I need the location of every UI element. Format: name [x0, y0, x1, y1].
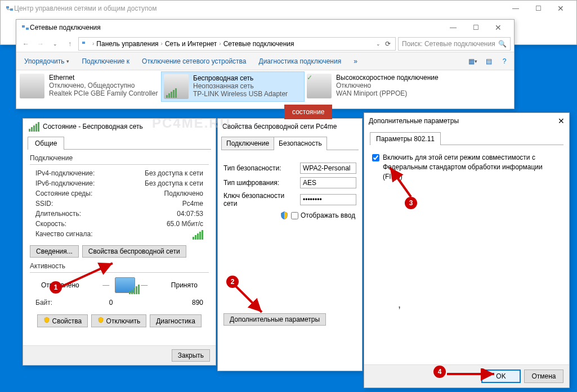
close-button[interactable]: ✕ [558, 116, 565, 125]
properties-button[interactable]: Свойства [37, 314, 88, 327]
wireless-properties-button[interactable]: Свойства беспроводной сети [82, 245, 186, 258]
forward-button[interactable]: → [34, 38, 47, 50]
tab-connection[interactable]: Подключение [221, 137, 274, 150]
titlebar: Сетевые подключения — ☐ ✕ [16, 20, 514, 35]
svg-rect-4 [82, 42, 85, 44]
svg-rect-3 [26, 28, 29, 30]
svg-rect-0 [6, 6, 9, 8]
minimize-button[interactable]: — [442, 20, 464, 35]
shield-icon [43, 317, 50, 323]
help-icon[interactable]: ? [498, 55, 511, 67]
tab-80211[interactable]: Параметры 802.11 [370, 132, 441, 145]
wireless-status-window: Состояние - Беспроводная сеть Общие Подк… [23, 118, 216, 366]
advanced-settings-button[interactable]: Дополнительные параметры [223, 313, 326, 326]
tab-bar: Подключение Безопасность [221, 137, 359, 150]
recent-button[interactable]: ⌄ [49, 38, 61, 50]
organize-menu[interactable]: Упорядочить ▾ [20, 55, 74, 67]
breadcrumb-bar[interactable]: › Панель управления › Сеть и Интернет › … [78, 37, 396, 51]
disable-device-button[interactable]: Отключение сетевого устройства [137, 55, 251, 67]
network-connections-window: Сетевые подключения — ☐ ✕ ← → ⌄ ↑ › Пане… [16, 19, 515, 109]
address-bar: ← → ⌄ ↑ › Панель управления › Сеть и Инт… [16, 35, 514, 52]
window-title: Дополнительные параметры [369, 117, 459, 125]
window-title: Свойства беспроводной сети Pc4me [222, 123, 337, 130]
breadcrumb-item[interactable]: Панель управления [96, 40, 158, 48]
preview-pane-icon[interactable]: ▤ [482, 55, 495, 67]
back-button[interactable]: ← [20, 38, 32, 50]
shield-icon [280, 211, 289, 220]
ethernet-adapter-icon [20, 74, 44, 98]
signal-icon [129, 285, 140, 294]
up-button[interactable]: ↑ [64, 38, 76, 50]
breadcrumb-item[interactable]: Сетевые подключения [223, 40, 294, 48]
cancel-button[interactable]: Отмена [524, 370, 563, 383]
window-title: Сетевые подключения [30, 24, 442, 31]
connections-list: Ethernet Отключено, Общедоступно Realtek… [16, 70, 514, 103]
fips-checkbox[interactable] [372, 154, 379, 161]
titlebar: Дополнительные параметры ✕ [364, 113, 569, 129]
network-icon [5, 4, 14, 13]
callout-3: 3 [405, 197, 417, 209]
advanced-settings-window: Дополнительные параметры ✕ Параметры 802… [364, 112, 570, 388]
titlebar: Свойства беспроводной сети Pc4me [218, 119, 362, 134]
close-button[interactable]: Закрыть [172, 349, 210, 362]
diagnose-button[interactable]: Диагностика [150, 314, 202, 327]
refresh-icon[interactable]: ⟳ [385, 40, 391, 48]
security-type-combo[interactable]: WPA2-Personal [300, 163, 356, 174]
wireless-properties-window: Свойства беспроводной сети Pc4me Подключ… [217, 118, 363, 371]
wireless-adapter-icon [164, 74, 189, 99]
history-dropdown-icon[interactable]: ⌄ [376, 41, 381, 47]
titlebar: Состояние - Беспроводная сеть [23, 119, 216, 134]
network-folder-icon [81, 39, 90, 48]
callout-1: 1 [50, 281, 62, 294]
ok-button[interactable]: OK [481, 370, 521, 383]
minimize-button[interactable]: — [504, 1, 527, 16]
signal-icon [29, 122, 39, 132]
close-button[interactable]: ✕ [549, 1, 572, 16]
status-tooltip: состояние [284, 105, 332, 119]
connection-item-broadband[interactable]: ✓ Высокоскоростное подключение Отключено… [305, 71, 448, 102]
signal-strength-icon [193, 230, 203, 240]
maximize-button[interactable]: ☐ [464, 20, 487, 35]
tab-bar: Общие [28, 137, 211, 150]
details-button[interactable]: Сведения... [30, 245, 79, 258]
network-folder-icon [21, 23, 30, 32]
svg-rect-2 [22, 25, 25, 28]
shield-icon [97, 317, 104, 323]
view-layout-icon[interactable]: ▦ ▾ [467, 55, 479, 67]
tab-security[interactable]: Безопасность [274, 137, 327, 150]
disable-button[interactable]: Отключить [91, 314, 146, 327]
connection-group: Подключение IPv4-подключение:Без доступа… [30, 154, 209, 241]
tab-bar: Параметры 802.11 [370, 132, 563, 145]
titlebar: Центр управления сетями и общим доступом… [1, 1, 576, 16]
show-characters-checkbox[interactable] [291, 212, 298, 219]
callout-2: 2 [226, 276, 239, 288]
connect-to-button[interactable]: Подключение к [77, 55, 134, 67]
callout-4: 4 [433, 366, 446, 378]
broadband-adapter-icon: ✓ [307, 74, 332, 98]
diagnose-button[interactable]: Диагностика подключения [254, 55, 346, 67]
search-input[interactable]: Поиск: Сетевые подключения 🔍 [398, 37, 511, 51]
close-button[interactable]: ✕ [487, 20, 509, 35]
encryption-type-combo[interactable]: AES [300, 177, 356, 188]
breadcrumb-item[interactable]: Сеть и Интернет [165, 40, 217, 48]
window-title: Центр управления сетями и общим доступом [14, 4, 504, 12]
window-title: Состояние - Беспроводная сеть [43, 123, 143, 130]
connection-item-wireless[interactable]: Беспроводная сеть Неопознанная сеть TP-L… [161, 71, 305, 102]
maximize-button[interactable]: ☐ [527, 1, 549, 16]
search-icon: 🔍 [498, 40, 507, 48]
connection-item-ethernet[interactable]: Ethernet Отключено, Общедоступно Realtek… [17, 71, 161, 102]
security-key-input[interactable]: •••••••• [300, 194, 356, 205]
tab-general[interactable]: Общие [28, 137, 64, 150]
command-bar: Упорядочить ▾ Подключение к Отключение с… [16, 52, 514, 70]
more-button[interactable]: » [349, 55, 362, 67]
